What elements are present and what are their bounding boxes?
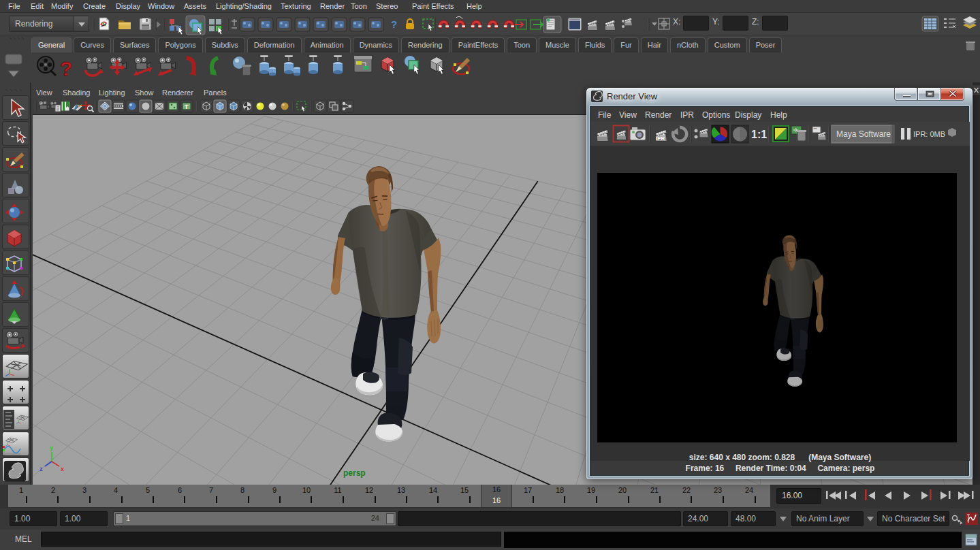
svg-text:IPR: IPR [656,135,665,142]
svg-text:z: z [39,466,43,472]
svg-text:Maya Software: Maya Software [836,129,891,139]
svg-text:?: ? [391,18,397,30]
svg-text:y: y [50,444,53,451]
svg-text:1:1: 1:1 [751,129,767,140]
svg-text:?: ? [60,57,72,80]
svg-text:persp: persp [343,468,366,478]
svg-text:x: x [61,466,64,472]
svg-text:"": "" [814,127,817,132]
svg-text:IPR: 0MB: IPR: 0MB [913,130,945,138]
svg-text:T: T [185,103,189,110]
